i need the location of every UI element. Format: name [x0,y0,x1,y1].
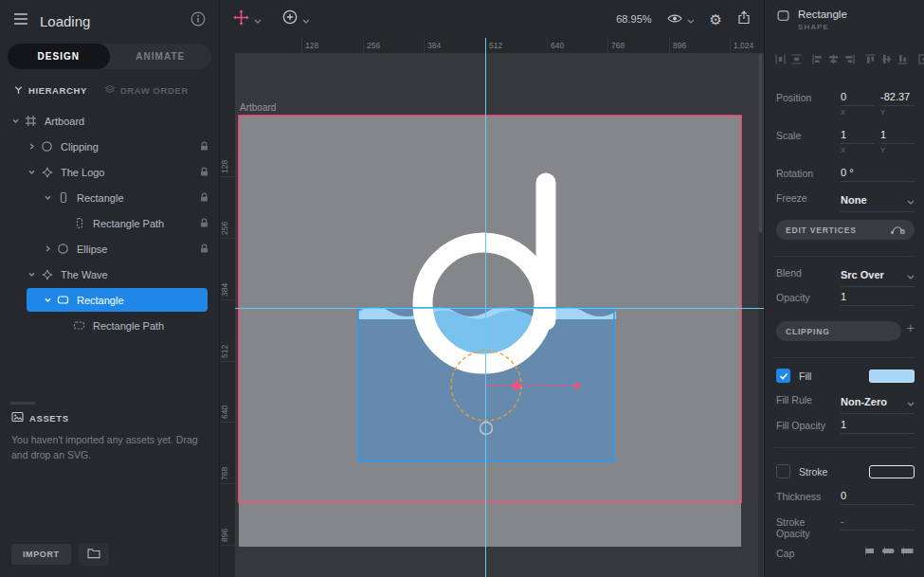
tab-draw-order[interactable]: DRAW ORDER [104,84,189,97]
align-middle-vertical-icon[interactable] [880,53,893,65]
scale-x-value[interactable]: 1 [841,129,875,144]
tab-design[interactable]: DESIGN [8,44,110,69]
freeze-dropdown[interactable]: None [841,191,915,212]
canvas-scrollbar-thumb[interactable] [759,53,763,233]
rotation-row: Rotation 0 ° [776,167,915,182]
lock-icon[interactable] [199,167,209,177]
scale-row: Scale 1 X 1 Y [776,129,915,154]
rectangle-shape-icon [56,191,70,204]
position-y-field[interactable]: -82.37 Y [880,91,915,117]
clipping-button[interactable]: CLIPPING [776,321,901,341]
tree-item-the-logo[interactable]: The Logo [0,159,219,185]
thickness-row: Thickness 0 [776,490,915,505]
align-to-artboard-icon[interactable] [917,53,924,65]
chevron-down-icon[interactable] [27,168,40,176]
scale-y-value[interactable]: 1 [880,129,915,144]
image-icon [11,411,24,424]
hamburger-menu-icon[interactable] [13,12,28,29]
distribute-horizontal-icon[interactable] [774,53,787,65]
align-right-icon[interactable] [843,53,856,65]
tree-item-rectangle[interactable]: Rectangle [0,185,219,210]
import-button[interactable]: IMPORT [11,544,71,565]
tree-item-rectangle-path[interactable]: Rectangle Path [0,313,219,338]
lock-icon[interactable] [199,141,209,152]
blend-dropdown[interactable]: Src Over [841,266,915,287]
position-row: Position 0 X -82.37 Y [776,91,915,117]
chevron-down-icon[interactable] [44,193,56,202]
info-icon[interactable] [190,11,206,30]
align-top-icon[interactable] [864,53,877,65]
scale-x-field[interactable]: 1 X [841,129,875,154]
chevron-down-icon[interactable] [302,10,310,27]
tree-item-label: Artboard [45,116,84,127]
fill-rule-row: Fill Rule Non-Zero [776,393,915,414]
align-left-icon[interactable] [811,53,824,65]
thickness-field[interactable]: 0 [841,490,915,505]
stroke-checkbox[interactable] [776,464,790,478]
export-icon[interactable] [737,10,751,28]
axis-y-label: Y [880,146,915,154]
tab-hierarchy[interactable]: HIERARCHY [13,84,87,97]
chevron-down-icon[interactable] [254,10,262,27]
hierarchy-tree: Artboard Clipping The Logo Rectangle [0,108,219,338]
chevron-right-icon[interactable] [44,244,56,253]
view-options-button[interactable] [667,10,695,27]
tree-item-artboard[interactable]: Artboard [0,108,219,134]
tree-item-label: Rectangle [77,295,124,306]
tab-animate[interactable]: ANIMATE [110,44,212,69]
cap-round-icon[interactable] [880,544,896,561]
tree-item-clipping[interactable]: Clipping [0,134,219,159]
artboard-label[interactable]: Artboard [240,102,276,113]
tree-item-ellipse[interactable]: Ellipse [0,236,219,261]
chevron-down-icon[interactable] [11,117,24,125]
opacity-field[interactable]: 1 [841,291,915,306]
fill-row: Fill [776,369,915,383]
panel-resize-handle[interactable] [9,402,36,405]
stroke-opacity-row: Stroke Opacity - [776,515,915,539]
zoom-level[interactable]: 68.95% [616,13,651,25]
fill-opacity-field[interactable]: 1 [841,419,915,434]
settings-gear-icon[interactable]: ⚙ [710,12,722,27]
thickness-label: Thickness [776,490,835,502]
svg-text:1,024: 1,024 [734,41,754,50]
tree-item-rectangle-selected[interactable]: Rectangle [27,288,208,312]
tree-item-rectangle-path[interactable]: Rectangle Path [0,210,219,236]
stroke-row: Stroke [776,464,915,478]
assets-header: ASSETS [11,411,69,424]
freeze-value: None [841,194,867,206]
edit-vertices-button[interactable]: EDIT VERTICES [776,220,915,240]
stroke-opacity-field[interactable]: - [841,515,915,531]
scale-y-field[interactable]: 1 Y [880,129,915,154]
cap-square-icon[interactable] [899,544,915,561]
lock-icon[interactable] [199,192,209,203]
tab-draw-order-label: DRAW ORDER [120,85,189,96]
chevron-down-icon [907,266,915,283]
distribute-vertical-icon[interactable] [790,53,803,65]
tree-item-label: Rectangle Path [93,320,164,332]
chevron-down-icon[interactable] [27,270,40,279]
tree-item-the-wave[interactable]: The Wave [0,261,219,287]
translate-tool-button[interactable] [233,9,262,29]
fill-color-swatch[interactable] [869,370,915,383]
fill-checkbox[interactable] [776,369,790,383]
chevron-down-icon[interactable] [44,296,56,304]
svg-text:512: 512 [220,345,229,358]
align-center-horizontal-icon[interactable] [827,53,840,65]
chevron-down-icon[interactable] [687,10,695,27]
fill-rule-dropdown[interactable]: Non-Zero [841,393,915,414]
position-y-value[interactable]: -82.37 [880,91,915,106]
design-canvas[interactable]: Artboard 128 2 [220,38,764,577]
chevron-right-icon[interactable] [27,142,40,151]
folder-button[interactable] [79,543,109,566]
align-bottom-icon[interactable] [897,53,909,65]
position-x-field[interactable]: 0 X [841,91,875,117]
lock-icon[interactable] [199,218,209,228]
add-clipping-icon[interactable]: + [907,321,915,334]
canvas-toolbar: 68.95% ⚙ [220,0,764,38]
rotation-field[interactable]: 0 ° [841,167,915,182]
lock-icon[interactable] [199,243,209,254]
create-tool-button[interactable] [282,9,310,28]
stroke-color-swatch[interactable] [869,465,915,478]
cap-butt-icon[interactable] [861,544,877,561]
position-x-value[interactable]: 0 [841,91,875,106]
